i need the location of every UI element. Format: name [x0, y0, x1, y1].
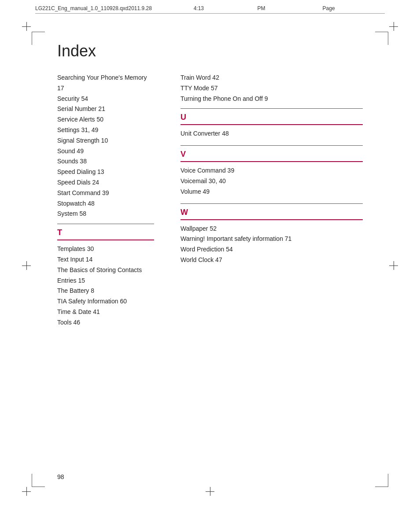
entry-serial-number: Serial Number 21 — [57, 104, 154, 114]
reg-mark-top-left — [22, 22, 31, 31]
divider-red-t — [57, 240, 154, 240]
corner-bracket-tr — [375, 32, 388, 45]
divider-t — [57, 224, 154, 224]
entry-sound: Sound 49 — [57, 146, 154, 157]
entry-unit-converter: Unit Converter 48 — [181, 129, 363, 139]
page-number: 98 — [57, 473, 64, 480]
entry-service-alerts: Service Alerts 50 — [57, 114, 154, 125]
section-t-right-entries: Train Word 42 TTY Mode 57 Turning the Ph… — [181, 73, 363, 104]
section-letter-t: T — [57, 227, 154, 239]
section-u-entries: Unit Converter 48 — [181, 129, 363, 139]
section-letter-u: U — [181, 111, 363, 123]
entry-signal-strength: Signal Strength 10 — [57, 136, 154, 146]
entry-voicemail: Voicemail 30, 40 — [181, 176, 363, 187]
divider-red-w — [181, 219, 363, 220]
entry-searching: Searching Your Phone's Memory 17 — [57, 73, 154, 94]
corner-bracket-br — [375, 474, 388, 487]
divider-red-v — [181, 161, 363, 162]
divider-w — [181, 203, 363, 204]
section-v-entries: Voice Command 39 Voicemail 30, 40 Volume… — [181, 166, 363, 197]
entry-speed-dials: Speed Dials 24 — [57, 177, 154, 188]
entry-train-word: Train Word 42 — [181, 73, 363, 83]
columns-wrapper: Searching Your Phone's Memory 17 Securit… — [57, 73, 363, 328]
divider-v — [181, 145, 363, 146]
entry-tools: Tools 46 — [57, 317, 154, 328]
section-letter-v: V — [181, 148, 363, 160]
entry-system: System 58 — [57, 209, 154, 219]
header-ampm: PM — [257, 5, 319, 11]
entry-warning: Warning! Important safety information 71 — [181, 234, 363, 244]
header-bar: LG221C_Eng_manual_1.0_110928.qxd 2011.9.… — [35, 5, 385, 14]
main-content: Index Searching Your Phone's Memory 17 S… — [57, 42, 363, 483]
section-s-entries: Searching Your Phone's Memory 17 Securit… — [57, 73, 154, 219]
entry-voice-command: Voice Command 39 — [181, 166, 363, 176]
entry-settings: Settings 31, 49 — [57, 125, 154, 136]
left-column: Searching Your Phone's Memory 17 Securit… — [57, 73, 154, 328]
entry-security: Security 54 — [57, 94, 154, 104]
corner-bracket-tl — [32, 32, 45, 45]
entry-text-input: Text Input 14 — [57, 254, 154, 265]
entry-time-date: Time & Date 41 — [57, 307, 154, 317]
divider-red-u — [181, 124, 363, 125]
entry-speed-dialing: Speed Dialing 13 — [57, 167, 154, 177]
entry-volume: Volume 49 — [181, 187, 363, 197]
page: LG221C_Eng_manual_1.0_110928.qxd 2011.9.… — [0, 0, 420, 531]
entry-templates: Templates 30 — [57, 244, 154, 254]
entry-tty-mode: TTY Mode 57 — [181, 83, 363, 94]
reg-mark-mid-right — [389, 261, 398, 270]
header-date: 2011.9.28 — [129, 5, 191, 11]
header-filename: LG221C_Eng_manual_1.0_110928.qxd — [35, 5, 129, 11]
entry-tia-safety: TIA Safety Information 60 — [57, 296, 154, 307]
entry-battery: The Battery 8 — [57, 286, 154, 296]
header-time: 4:13 — [194, 5, 256, 11]
section-w-entries: Wallpaper 52 Warning! Important safety i… — [181, 224, 363, 266]
divider-u — [181, 108, 363, 109]
entry-sounds: Sounds 38 — [57, 156, 154, 167]
header-page: Page — [323, 5, 385, 11]
entry-turning-phone: Turning the Phone On and Off 9 — [181, 94, 363, 104]
reg-mark-top-right — [389, 22, 398, 31]
corner-bracket-bl — [32, 474, 45, 487]
reg-mark-bottom-center — [206, 487, 214, 496]
section-letter-w: W — [181, 206, 363, 218]
reg-mark-bottom-left — [22, 487, 31, 496]
right-column: Train Word 42 TTY Mode 57 Turning the Ph… — [154, 73, 363, 328]
entry-start-command: Start Command 39 — [57, 188, 154, 199]
entry-stopwatch: Stopwatch 48 — [57, 199, 154, 209]
section-t-entries: Templates 30 Text Input 14 The Basics of… — [57, 244, 154, 328]
entry-basics-storing: The Basics of Storing Contacts Entries 1… — [57, 265, 154, 286]
entry-world-clock: World Clock 47 — [181, 255, 363, 266]
entry-word-prediction: Word Prediction 54 — [181, 244, 363, 255]
reg-mark-mid-left — [22, 261, 31, 270]
entry-wallpaper: Wallpaper 52 — [181, 224, 363, 234]
index-title: Index — [57, 42, 363, 60]
